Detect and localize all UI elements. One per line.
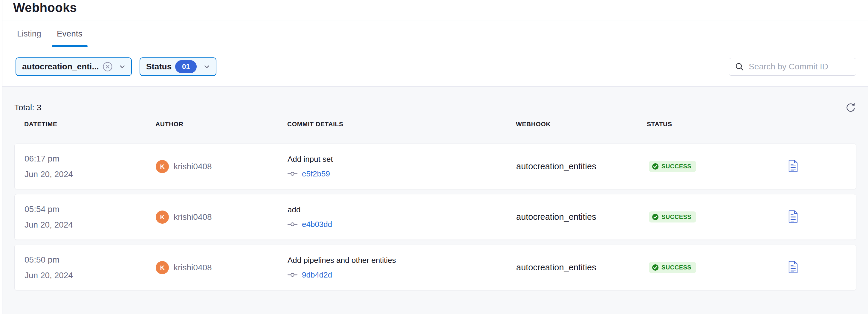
commit-details: Add input set e5f2b59: [287, 154, 516, 178]
event-time: 05:50 pm: [25, 252, 156, 268]
circle-x-icon[interactable]: [102, 62, 113, 72]
content-left-border: [0, 0, 2, 314]
event-time: 05:54 pm: [25, 202, 156, 217]
status-badge: SUCCESS: [649, 262, 696, 273]
col-webhook: WEBHOOK: [516, 120, 647, 128]
git-commit-icon: [287, 171, 298, 176]
avatar: K: [156, 210, 169, 224]
chevron-down-icon: [118, 62, 126, 71]
check-circle-icon: [652, 213, 659, 220]
event-author: K krishi0408: [156, 210, 287, 224]
webhook-name: autocreation_entities: [516, 162, 647, 171]
search-box: [729, 58, 856, 76]
filter-row: autocreation_enti... Status 01: [0, 47, 868, 87]
payload-file-icon[interactable]: [788, 210, 798, 223]
event-datetime: 05:54 pm Jun 20, 2024: [25, 202, 156, 233]
events-panel: Total: 3 DATETIME AUTHOR COMMIT DETAILS …: [0, 87, 868, 314]
col-commit-details: COMMIT DETAILS: [287, 120, 516, 128]
tab-bar: Listing Events: [0, 21, 868, 47]
webhook-name: autocreation_entities: [516, 212, 647, 222]
git-commit-icon: [287, 222, 298, 227]
status-filter-count-badge: 01: [175, 60, 197, 73]
search-icon: [735, 62, 744, 71]
author-name: krishi0408: [174, 162, 212, 171]
webhook-filter-label: autocreation_enti...: [22, 62, 99, 72]
page-header: Webhooks: [0, 0, 868, 21]
payload-file-icon[interactable]: [788, 260, 798, 274]
webhook-name: autocreation_entities: [516, 262, 647, 273]
commit-details: Add pipelines and other entities 9db4d2d: [287, 256, 516, 280]
event-datetime: 06:17 pm Jun 20, 2024: [25, 151, 156, 182]
col-author: AUTHOR: [155, 120, 287, 128]
table-header: DATETIME AUTHOR COMMIT DETAILS WEBHOOK S…: [14, 118, 856, 130]
author-name: krishi0408: [174, 212, 212, 222]
event-row: 05:50 pm Jun 20, 2024 K krishi0408 Add p…: [14, 245, 856, 290]
check-circle-icon: [652, 163, 659, 170]
event-row: 05:54 pm Jun 20, 2024 K krishi0408 add: [14, 194, 856, 240]
event-author: K krishi0408: [156, 261, 287, 274]
status-filter-chip[interactable]: Status 01: [140, 57, 217, 76]
col-datetime: DATETIME: [24, 120, 155, 128]
status-label: SUCCESS: [661, 264, 691, 271]
commit-message: Add input set: [287, 154, 516, 164]
event-date: Jun 20, 2024: [25, 217, 156, 233]
avatar: K: [156, 261, 169, 274]
avatar: K: [156, 160, 169, 173]
chevron-down-icon: [203, 62, 211, 71]
status-filter-label: Status: [146, 62, 172, 72]
status-label: SUCCESS: [661, 163, 691, 170]
webhook-filter-chip[interactable]: autocreation_enti...: [16, 57, 132, 76]
event-author: K krishi0408: [156, 160, 287, 173]
status-label: SUCCESS: [661, 213, 691, 220]
check-circle-icon: [652, 264, 659, 271]
event-time: 06:17 pm: [25, 151, 156, 167]
payload-file-icon[interactable]: [788, 160, 798, 173]
tab-listing[interactable]: Listing: [12, 21, 46, 47]
page-title: Webhooks: [13, 1, 77, 15]
search-input[interactable]: [749, 62, 857, 72]
total-count-label: Total: 3: [14, 103, 41, 112]
commit-id-link[interactable]: e5f2b59: [302, 169, 330, 178]
refresh-icon[interactable]: [845, 102, 856, 113]
tab-events[interactable]: Events: [52, 21, 88, 47]
col-status: STATUS: [647, 120, 764, 128]
status-badge: SUCCESS: [649, 211, 696, 223]
commit-details: add e4b03dd: [287, 205, 516, 229]
commit-message: add: [287, 205, 516, 215]
status-badge: SUCCESS: [649, 161, 696, 172]
event-date: Jun 20, 2024: [25, 167, 156, 182]
event-date: Jun 20, 2024: [25, 268, 156, 283]
event-rows: 06:17 pm Jun 20, 2024 K krishi0408 Add i…: [14, 144, 856, 290]
commit-message: Add pipelines and other entities: [287, 256, 516, 265]
git-commit-icon: [287, 272, 298, 278]
event-datetime: 05:50 pm Jun 20, 2024: [25, 252, 156, 283]
commit-id-link[interactable]: e4b03dd: [302, 220, 332, 229]
event-row: 06:17 pm Jun 20, 2024 K krishi0408 Add i…: [14, 144, 856, 189]
commit-id-link[interactable]: 9db4d2d: [302, 270, 332, 280]
author-name: krishi0408: [174, 263, 212, 273]
